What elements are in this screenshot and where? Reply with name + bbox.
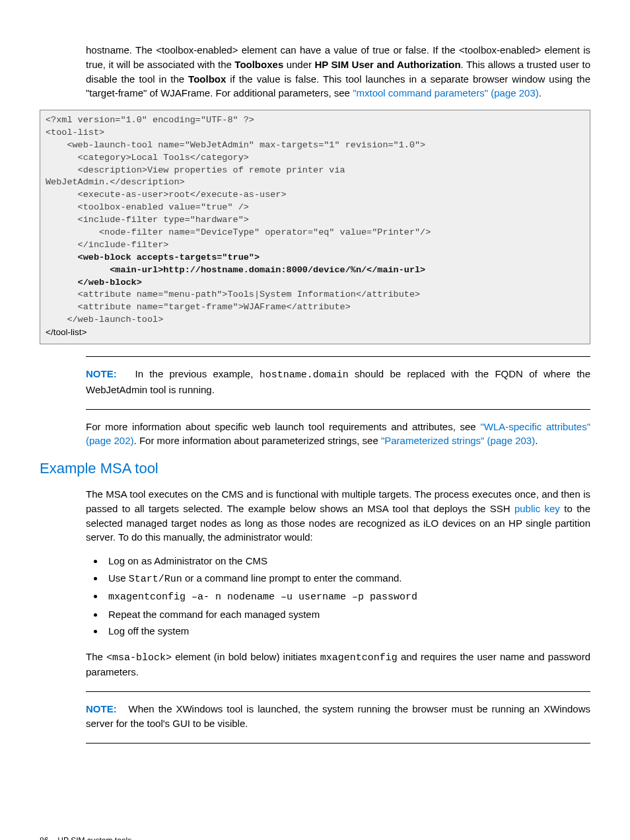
list-item: mxagentconfig –a- n nodename –u username… bbox=[104, 588, 590, 606]
bullet-list: Log on as Administrator on the CMS Use S… bbox=[86, 553, 590, 640]
text: under bbox=[283, 59, 314, 70]
section-heading: Example MSA tool bbox=[40, 460, 590, 477]
text: element (in bold below) initiates bbox=[172, 651, 320, 662]
divider bbox=[86, 356, 590, 357]
text: For more information about specific web … bbox=[86, 421, 480, 432]
footer-text: HP SIM custom tools bbox=[57, 836, 131, 840]
text: Repeat the command for each managed syst… bbox=[108, 609, 320, 620]
text: . bbox=[535, 435, 538, 446]
note-label: NOTE: bbox=[86, 368, 117, 379]
divider bbox=[86, 743, 590, 744]
inline-code: hostname.domain bbox=[260, 369, 349, 381]
note-2: NOTE: When the XWindows tool is launched… bbox=[86, 702, 590, 731]
text: In the previous example, bbox=[135, 368, 260, 379]
text: The bbox=[86, 651, 106, 662]
inline-code: mxagentconfig bbox=[320, 652, 398, 664]
link-param[interactable]: "Parameterized strings" (page 203) bbox=[381, 435, 535, 446]
text: . bbox=[539, 87, 542, 98]
msa-block-paragraph: The <msa-block> element (in bold below) … bbox=[86, 650, 590, 680]
page-footer: 86HP SIM custom tools bbox=[40, 836, 590, 840]
page-number: 86 bbox=[40, 836, 48, 840]
xml-code-block: <?xml version="1.0" encoding="UTF-8" ?> … bbox=[40, 110, 590, 344]
text: Log on as Administrator on the CMS bbox=[108, 555, 267, 566]
list-item: Repeat the command for each managed syst… bbox=[104, 606, 590, 623]
text: When the XWindows tool is launched, the … bbox=[86, 703, 590, 729]
link-public-key[interactable]: public key bbox=[514, 503, 560, 514]
inline-code: mxagentconfig –a- n nodename –u username… bbox=[108, 592, 417, 603]
text: Log off the system bbox=[108, 625, 189, 636]
text: Use bbox=[108, 572, 129, 584]
bold-toolbox: Toolbox bbox=[188, 73, 226, 85]
divider bbox=[86, 691, 590, 692]
text: or a command line prompt to enter the co… bbox=[182, 572, 402, 584]
intro-paragraph: hostname. The <toolbox-enabled> element … bbox=[86, 43, 590, 100]
msa-paragraph: The MSA tool executes on the CMS and is … bbox=[86, 487, 590, 545]
bold-hpsim: HP SIM User and Authorization bbox=[314, 59, 460, 70]
text: . For more information about parameteriz… bbox=[134, 435, 381, 446]
list-item: Use Start/Run or a command line prompt t… bbox=[104, 570, 590, 588]
inline-code: <msa-block> bbox=[106, 652, 172, 664]
list-item: Log on as Administrator on the CMS bbox=[104, 553, 590, 570]
inline-code: Start/Run bbox=[129, 574, 182, 585]
link-mxtool[interactable]: "mxtool command parameters" (page 203) bbox=[353, 87, 539, 98]
list-item: Log off the system bbox=[104, 623, 590, 640]
note-1: NOTE: In the previous example, hostname.… bbox=[86, 367, 590, 397]
page-content: hostname. The <toolbox-enabled> element … bbox=[0, 0, 630, 840]
note-label: NOTE: bbox=[86, 703, 117, 714]
divider bbox=[86, 409, 590, 410]
bold-toolboxes: Toolboxes bbox=[234, 59, 283, 70]
more-info-paragraph: For more information about specific web … bbox=[86, 420, 590, 449]
